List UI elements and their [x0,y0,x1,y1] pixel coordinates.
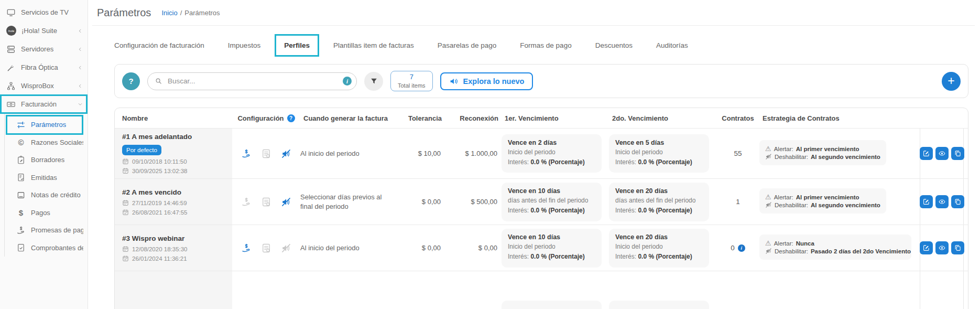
tab-perfiles[interactable]: Perfiles [284,41,310,49]
when-generate-cell: Seleccionar días previos al final del pe… [300,193,402,211]
edit-button[interactable] [920,241,933,254]
search-input[interactable] [167,77,339,86]
document-check-icon [16,243,26,252]
sidebar-item-wisprobox[interactable]: WisproBox [0,77,88,95]
calendar-check-icon [122,209,129,216]
profile-name: #1 A mes adelantado [122,133,192,142]
profile-name-cell: #3 Wispro webinar 12/08/2020 18:35:30 26… [115,225,232,271]
updated-date: 26/01/2024 11:36:21 [122,255,227,262]
sidebar-item-facturacion[interactable]: Facturación [0,95,88,113]
second-due-cell: Vence en 5 días Inicio del periodo Inter… [609,134,716,173]
filter-button[interactable] [364,72,383,91]
receipt-check-icon [16,173,26,182]
created-date: 09/10/2018 10:11:50 [122,158,227,165]
config-help-icon[interactable]: ? [287,114,295,122]
total-items-label: Total items [398,82,426,89]
copy-icon [954,150,961,157]
duplicate-button[interactable] [951,147,964,160]
edit-button[interactable] [920,147,933,160]
view-button[interactable] [935,241,949,254]
copy-icon [954,198,961,205]
sidebar-item-promesas-pago[interactable]: Promesas de pago [5,221,88,239]
strategy-box: ⚠Alertar: Nunca Deshabilitar: Pasado 2 d… [759,235,911,260]
explore-new-button[interactable]: Explora lo nuevo [440,72,533,90]
table-header-row: Nombre Configuración ? Cuando generar la… [115,108,968,128]
second-due-box [609,301,709,309]
search-box[interactable]: i [147,72,357,90]
sidebar-item-fibra-optica[interactable]: Fibra Óptica [0,58,88,77]
page-title: Parámetros [97,7,151,19]
contracts-cell: 55 i [716,150,759,157]
sidebar-item-servicios-tv[interactable]: Servicios de TV [0,3,88,22]
second-due-box: Vence en 5 días Inicio del periodo Inter… [609,134,709,173]
sidebar-item-label: ¡Hola! Suite [21,27,57,35]
edit-button[interactable] [920,195,933,208]
chevron-left-icon [77,46,83,52]
speaker-icon [449,77,459,86]
sidebar-item-hola-suite[interactable]: hola ¡Hola! Suite [0,22,88,40]
sidebar-item-label: Borradores [31,156,64,164]
total-items-pill: 7 Total items [390,71,433,91]
row-actions [920,179,964,225]
tab-pasarelas-pago[interactable]: Pasarelas de pago [438,41,497,49]
view-button[interactable] [935,147,949,160]
warning-icon: ⚠ [765,240,771,247]
payment-promise-icon[interactable] [241,148,252,159]
col-tolerancia: Tolerancia [402,114,445,122]
tab-plantillas-item[interactable]: Plantillas item de facturas [333,41,414,49]
tab-configuracion-facturacion[interactable]: Configuración de facturación [114,41,204,49]
first-due-cell: Vence en 2 días Inicio del periodo Inter… [502,134,609,173]
duplicate-button[interactable] [951,195,964,208]
invoice-template-icon[interactable] [261,197,271,207]
sidebar-item-razones-sociales[interactable]: © Razones Sociales [5,134,88,152]
tab-impuestos[interactable]: Impuestos [228,41,260,49]
muted-notifications-icon[interactable] [281,197,291,207]
dollar-icon: $ [16,208,26,217]
strategy-cell: ⚠Alertar: Al primer vencimiento Deshabil… [759,188,920,215]
strategy-box: ⚠Alertar: Al primer vencimiento Deshabil… [759,140,886,165]
hola-suite-badge: hola [6,26,16,36]
payment-promise-icon[interactable] [241,243,252,253]
invoice-template-icon[interactable] [261,243,271,253]
col-cuando-generar: Cuando generar la factura [300,114,402,122]
tab-auditorias[interactable]: Auditorías [656,41,688,49]
tab-formas-pago[interactable]: Formas de pago [520,41,571,49]
first-due-box [502,301,602,309]
chevron-down-icon [77,101,83,108]
col-nombre: Nombre [115,114,232,122]
eye-icon [939,198,945,205]
breadcrumb-separator: / [180,9,182,17]
copy-icon [954,244,961,251]
sidebar-item-notas-credito[interactable]: Notas de crédito [5,186,88,204]
search-info-icon[interactable]: i [343,77,352,86]
profile-name-cell: #2 A mes vencido 27/11/2019 14:46:59 26/… [115,179,232,225]
info-icon[interactable]: i [738,244,745,252]
chevron-left-icon [77,83,83,89]
tolerance-cell: $ 0,00 [402,244,445,252]
sidebar-item-borradores[interactable]: Borradores [5,151,88,169]
sidebar-item-pagos[interactable]: $ Pagos [5,204,88,222]
sidebar-item-label: Razones Sociales [31,138,83,146]
second-due-box: Vence en 20 días Inicio del periodo Inte… [609,229,709,267]
tv-icon [6,8,16,17]
help-button[interactable]: ? [122,72,140,90]
payment-promise-icon[interactable] [241,197,252,207]
duplicate-button[interactable] [951,241,964,254]
copyright-icon: © [16,138,26,147]
invoice-template-icon[interactable] [261,148,271,159]
sidebar-item-emitidas[interactable]: Emitidas [5,169,88,187]
sidebar-item-comprobantes-pago[interactable]: Comprobantes de Pago [5,239,88,257]
sidebar-item-parametros[interactable]: Parámetros [5,116,88,134]
profile-name-cell: #1 A mes adelantado Por defecto 09/10/20… [115,129,232,178]
muted-notifications-icon[interactable] [281,243,291,253]
add-profile-button[interactable]: + [942,72,961,91]
credit-note-icon [16,190,26,200]
calendar-icon [122,199,129,206]
view-button[interactable] [935,195,949,208]
tab-descuentos[interactable]: Descuentos [595,41,633,49]
sidebar-item-servidores[interactable]: Servidores [0,40,88,58]
muted-notifications-icon[interactable] [281,148,291,159]
calendar-icon [122,246,129,252]
breadcrumb-home-link[interactable]: Inicio [161,9,177,17]
sliders-icon [16,120,26,130]
